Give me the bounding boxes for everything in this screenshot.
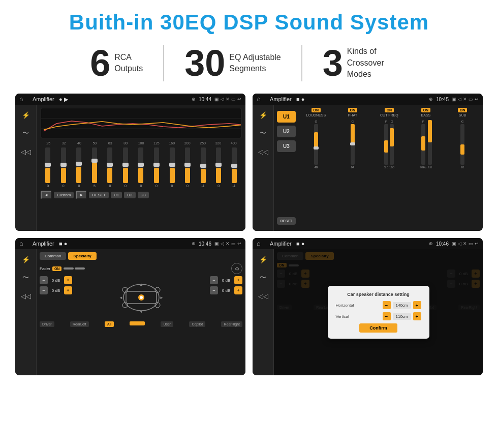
- status-title-4: Amplifier ■ ●: [270, 241, 426, 247]
- slider-track-3[interactable]: [76, 147, 81, 183]
- dialog-vertical-value: 110cm: [393, 313, 411, 320]
- sidebar-speaker-icon-3[interactable]: ◁◁: [20, 290, 32, 302]
- eq-label-320: 320: [210, 141, 226, 145]
- car-diagram-svg: ▲ ▼ ◄ ►: [116, 279, 167, 317]
- fader-tab-common[interactable]: Common: [40, 252, 66, 260]
- slider-thumb-13[interactable]: [231, 164, 237, 168]
- unit-u3-button[interactable]: U3: [277, 140, 296, 152]
- eq-slider-col-9: 0: [165, 147, 179, 188]
- slider-track-2[interactable]: [61, 147, 66, 183]
- eq-slider-col-4: 5: [87, 147, 102, 188]
- slider-thumb-7[interactable]: [138, 163, 144, 167]
- home-icon-4[interactable]: [257, 240, 265, 248]
- slider-thumb-12[interactable]: [215, 163, 222, 167]
- sidebar-wave-icon-2[interactable]: 〜: [257, 127, 269, 139]
- db-plus-2[interactable]: +: [64, 286, 72, 294]
- sidebar-eq-icon-2[interactable]: ⚡: [257, 109, 269, 121]
- label-all[interactable]: All: [105, 321, 114, 327]
- dialog-horizontal-value: 140cm: [393, 302, 411, 309]
- status-bar-3: Amplifier ■ ● ⊕ 10:46 ▣ ◁ ✕ ▭ ↩: [15, 238, 245, 249]
- home-icon-1[interactable]: [19, 95, 27, 103]
- slider-track-11[interactable]: [201, 147, 206, 183]
- slider-track-8[interactable]: [154, 147, 159, 183]
- label-driver[interactable]: Driver: [40, 321, 54, 327]
- slider-track-9[interactable]: [170, 147, 175, 183]
- eq-slider-col-2: 0: [56, 147, 71, 188]
- fader-slider-h[interactable]: [130, 321, 145, 325]
- db-value-2: 0 dB: [49, 288, 63, 293]
- slider-track-6[interactable]: [123, 147, 128, 183]
- db-plus-3[interactable]: +: [234, 276, 242, 284]
- sidebar-speaker-icon-2[interactable]: ◁◁: [257, 145, 269, 158]
- eq-value-4: 5: [94, 184, 96, 188]
- eq-u3-button[interactable]: U3: [138, 192, 149, 198]
- slider-track-4[interactable]: [92, 147, 97, 183]
- slider-thumb-5[interactable]: [107, 163, 113, 167]
- svg-text:►: ►: [160, 295, 164, 300]
- dialog-row-horizontal: Horizontal − 140cm +: [336, 301, 421, 309]
- slider-track-12[interactable]: [216, 147, 221, 183]
- slider-thumb-6[interactable]: [122, 163, 129, 167]
- sidebar-wave-icon[interactable]: 〜: [20, 127, 32, 139]
- sidebar-wave-icon-3[interactable]: 〜: [20, 272, 32, 284]
- db-minus-4[interactable]: −: [210, 286, 218, 294]
- db-minus-3[interactable]: −: [210, 276, 218, 284]
- status-title-3: Amplifier ■ ●: [33, 241, 189, 247]
- slider-thumb-9[interactable]: [169, 163, 175, 167]
- eq-prev-button[interactable]: ◄: [41, 191, 52, 199]
- sidebar-2: ⚡ 〜 ◁◁: [253, 105, 274, 231]
- db-minus-1[interactable]: −: [40, 276, 48, 284]
- slider-track-1[interactable]: [45, 147, 50, 183]
- dialog-box: Car speaker distance setting Horizontal …: [328, 286, 429, 339]
- unit-u2-button[interactable]: U2: [277, 126, 296, 137]
- eq-reset-button[interactable]: RESET: [89, 192, 109, 198]
- slider-thumb-4[interactable]: [91, 159, 98, 163]
- eq-next-button[interactable]: ►: [76, 191, 87, 199]
- dialog-vertical-minus[interactable]: −: [383, 312, 391, 320]
- slider-thumb-11[interactable]: [200, 164, 206, 168]
- slider-track-13[interactable]: [232, 147, 237, 183]
- slider-track-5[interactable]: [107, 147, 112, 183]
- sidebar-eq-icon[interactable]: ⚡: [20, 109, 32, 121]
- eq-label-40: 40: [72, 141, 87, 145]
- label-rearright[interactable]: RearRight: [221, 321, 242, 327]
- db-plus-4[interactable]: +: [234, 286, 242, 294]
- sidebar-eq-icon-3[interactable]: ⚡: [20, 253, 32, 265]
- eq-custom-button[interactable]: Custom: [54, 192, 74, 198]
- slider-thumb-8[interactable]: [153, 163, 160, 167]
- unit-reset-button[interactable]: RESET: [277, 217, 296, 225]
- slider-track-7[interactable]: [138, 147, 143, 183]
- sidebar-1: ⚡ 〜 ◁◁: [15, 105, 37, 231]
- confirm-button[interactable]: Confirm: [359, 323, 397, 333]
- db-plus-1[interactable]: +: [64, 276, 72, 284]
- fader-tab-specialty[interactable]: Specialty: [68, 252, 96, 260]
- dialog-horizontal-plus[interactable]: +: [413, 301, 421, 309]
- settings-icon-3[interactable]: ⚙: [231, 263, 242, 274]
- sidebar-speaker-icon-4[interactable]: ◁◁: [257, 290, 269, 302]
- eq-u1-button[interactable]: U1: [111, 192, 122, 198]
- home-icon-3[interactable]: [19, 240, 27, 248]
- label-rearleft[interactable]: RearLeft: [70, 321, 89, 327]
- feature-text-crossover: Kinds ofCrossover Modes: [347, 46, 408, 80]
- home-icon-2[interactable]: [257, 95, 265, 103]
- sidebar-speaker-icon[interactable]: ◁◁: [20, 145, 32, 158]
- dialog-horizontal-minus[interactable]: −: [383, 301, 391, 309]
- sub-label: SUB: [459, 113, 466, 117]
- slider-track-10[interactable]: [185, 147, 190, 183]
- label-copilot[interactable]: Copilot: [189, 321, 205, 327]
- sidebar-eq-icon-4[interactable]: ⚡: [257, 253, 269, 265]
- slider-thumb-3[interactable]: [76, 162, 82, 166]
- label-user[interactable]: User: [161, 321, 173, 327]
- slider-thumb-1[interactable]: [45, 163, 51, 167]
- eq-u2-button[interactable]: U2: [124, 192, 135, 198]
- param-bass: ON BASS F 90Hz: [409, 108, 443, 228]
- svg-text:▼: ▼: [139, 310, 143, 314]
- db-minus-2[interactable]: −: [40, 286, 48, 294]
- slider-thumb-10[interactable]: [184, 163, 191, 167]
- main-content-crossover: U1 U2 U3 RESET ON LOUDNESS: [274, 105, 483, 231]
- unit-u1-button[interactable]: U1: [277, 111, 296, 123]
- sidebar-wave-icon-4[interactable]: 〜: [257, 272, 269, 284]
- dialog-vertical-plus[interactable]: +: [413, 312, 421, 320]
- status-time-4: 10:46: [436, 241, 449, 247]
- slider-thumb-2[interactable]: [60, 163, 67, 167]
